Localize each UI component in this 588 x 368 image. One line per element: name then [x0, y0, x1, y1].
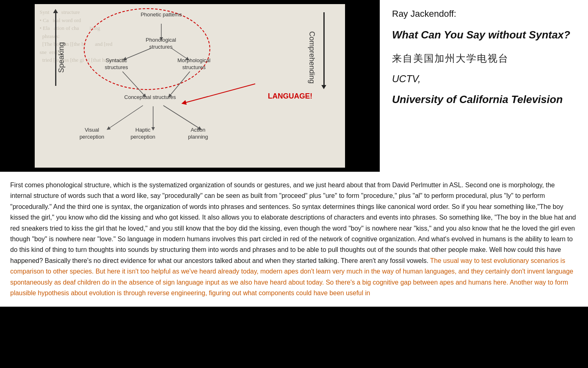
node-action: Actionplanning — [182, 127, 214, 141]
node-phonological: Phonologicalstructures — [134, 37, 187, 51]
diagram-container: Synt structure • Ca ical word ord • Ela … — [35, 4, 345, 168]
node-conceptual: Conceptual structures — [114, 94, 186, 101]
node-syntactic: Syntacticstructures — [98, 57, 135, 71]
sidebar-uctv: UCTV, — [392, 73, 576, 85]
sidebar: Ray Jackendoff: What Can You Say without… — [380, 0, 588, 172]
sidebar-title: What Can You Say without Syntax? — [392, 28, 576, 42]
video-panel: Synt structure • Ca ical word ord • Ela … — [0, 0, 380, 172]
sidebar-university: University of California Television — [392, 93, 576, 107]
svg-line-9 — [163, 105, 200, 129]
diagram-arrows-svg — [35, 4, 345, 168]
node-phonetic: Phonetic patterns — [135, 11, 188, 18]
node-haptic: Hapticperception — [127, 127, 159, 141]
node-visual: Visualperception — [76, 127, 108, 141]
sidebar-chinese: 来自美国加州大学电视台 — [392, 52, 576, 65]
language-label: LANGUAGE! — [268, 92, 312, 101]
node-morphological: Morphologicalstructures — [172, 57, 216, 71]
svg-line-6 — [169, 72, 190, 96]
main-body: First comes phonological structure, whic… — [0, 172, 588, 307]
sidebar-author: Ray Jackendoff: — [392, 8, 576, 20]
main-text-normal: First comes phonological structure, whic… — [10, 182, 576, 264]
svg-line-5 — [122, 72, 145, 96]
top-section: Synt structure • Ca ical word ord • Ela … — [0, 0, 588, 172]
svg-line-7 — [108, 105, 143, 129]
main-paragraph-1: First comes phonological structure, whic… — [10, 180, 578, 298]
svg-line-10 — [184, 84, 255, 103]
